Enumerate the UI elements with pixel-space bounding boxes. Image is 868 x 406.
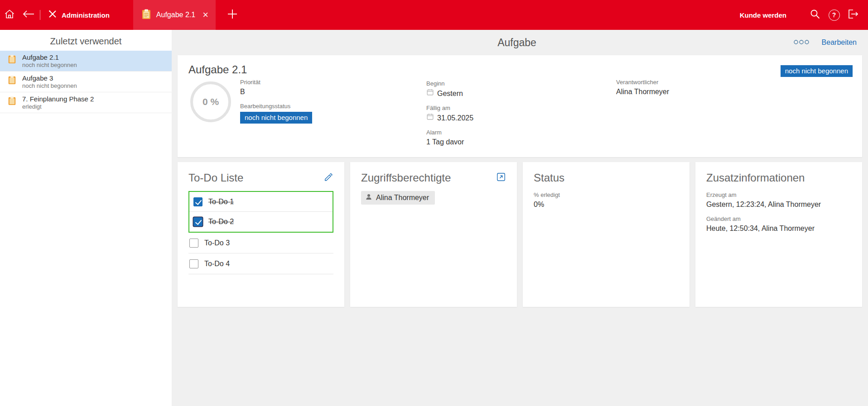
card-title: Status [534,172,564,184]
progress-text: 0 % [203,96,219,107]
field-label: Verantwortlicher [616,79,669,86]
field-value: Alina Thormeyer [616,87,669,97]
plus-icon [227,9,238,21]
back-button[interactable] [19,0,38,30]
clipboard-icon [141,9,151,21]
field-value: Gestern, 12:23:24, Alina Thormeyer [706,200,851,210]
new-tab-button[interactable] [223,0,242,30]
task-title: Aufgabe 2.1 [188,63,247,76]
todo-checkbox-1[interactable] [193,197,203,206]
calendar-icon [426,113,434,123]
person-icon [365,193,372,202]
sidebar-item-aufgabe-3[interactable]: Aufgabe 3 noch nicht begonnen [0,72,172,92]
external-link-icon [496,172,506,184]
item-label: Aufgabe 3 [22,74,77,82]
item-label: 7. Feinplanung Phase 2 [22,95,94,103]
tools-icon [48,9,58,21]
todo-checkbox-3[interactable] [189,239,198,248]
field-verantwortlicher: Verantwortlicher Alina Thormeyer [616,79,669,97]
todo-label: To-Do 3 [204,239,230,247]
topbar-right: Kunde werden ? [740,0,868,30]
field-label: Alarm [426,129,473,136]
status-badge: noch nicht begonnen [781,65,853,77]
tab-label: Aufgabe 2.1 [156,11,195,19]
logout-icon [847,9,859,21]
field-value: 31.05.2025 [437,113,473,123]
item-status: noch nicht begonnen [22,62,77,68]
todo-checkbox-2[interactable] [193,217,203,226]
sidebar-item-feinplanung[interactable]: 7. Feinplanung Phase 2 erledigt [0,92,172,113]
card-title: To-Do Liste [188,172,243,184]
close-tab-icon[interactable]: × [203,10,208,19]
logout-button[interactable] [844,0,863,30]
page-header: Aufgabe Bearbeiten [172,30,868,55]
todo-item-4: To-Do 4 [188,253,333,274]
todo-item-1: To-Do 1 [189,192,333,212]
field-label: Geändert am [706,215,851,223]
main-area: Aufgabe Bearbeiten Aufgabe 2.1 noch nich… [172,30,868,406]
item-status: erledigt [22,104,94,110]
page-title: Aufgabe [172,30,862,55]
field-geaendert-am: Geändert am Heute, 12:50:34, Alina Thorm… [706,215,851,234]
home-icon [4,9,15,21]
todo-label: To-Do 2 [208,218,234,226]
todo-checkbox-4[interactable] [189,259,198,268]
calendar-icon [426,88,434,99]
clipboard-icon [8,75,16,86]
admin-label: Administration [62,11,110,19]
edit-button[interactable]: Bearbeiten [822,38,857,47]
field-value: B [240,87,245,97]
person-name: Alina Thormeyer [376,194,429,202]
topbar-divider [40,10,40,20]
more-options-icon [794,38,809,47]
item-label: Aufgabe 2.1 [22,53,77,61]
todo-item-3: To-Do 3 [188,233,333,253]
field-bearbeitungsstatus: Bearbeitungsstatus noch nicht begonnen [240,103,312,124]
task-detail-card: Aufgabe 2.1 noch nicht begonnen 0 % Prio… [178,55,862,157]
todo-label: To-Do 4 [204,260,230,268]
item-status: noch nicht begonnen [22,83,77,89]
topbar: Administration Aufgabe 2.1 × Kunde werde… [0,0,868,30]
field-value: 1 Tag davor [426,137,464,147]
status-badge: noch nicht begonnen [240,112,312,124]
help-button[interactable]: ? [825,0,844,30]
admin-menu[interactable]: Administration [43,0,114,30]
field-prioritaet: Priorität B [240,79,312,97]
field-erzeugt-am: Erzeugt am Gestern, 12:23:24, Alina Thor… [706,191,851,210]
field-value: 0% [534,200,679,210]
kunde-werden-link[interactable]: Kunde werden [740,11,786,19]
help-icon: ? [829,10,840,21]
more-options-button[interactable] [794,38,809,47]
back-icon [22,10,35,20]
field-value: Heute, 12:50:34, Alina Thormeyer [706,224,851,234]
todo-highlight-group: To-Do 1 To-Do 2 [188,191,333,233]
field-erledigt: % erledigt 0% [534,191,679,210]
card-title: Zugriffsberechtigte [361,172,451,184]
field-alarm: Alarm 1 Tag davor [426,129,473,147]
sidebar-item-aufgabe-2-1[interactable]: Aufgabe 2.1 noch nicht begonnen [0,51,172,72]
tab-aufgabe[interactable]: Aufgabe 2.1 × [133,0,216,30]
person-chip[interactable]: Alina Thormeyer [361,191,435,205]
info-card: Zusatzinformationen Erzeugt am Gestern, … [695,162,862,307]
field-label: Beginn [426,80,473,87]
field-label: % erledigt [534,191,679,199]
field-faellig-am: Fällig am 31.05.2025 [426,105,473,123]
recently-used-panel: Zuletzt verwendet Aufgabe 2.1 noch nicht… [0,30,172,406]
progress-ring: 0 % [190,81,231,122]
field-label: Bearbeitungsstatus [240,103,312,110]
edit-todo-button[interactable] [323,172,333,184]
field-value: Gestern [437,89,463,99]
status-card: Status % erledigt 0% [523,162,690,307]
todo-item-2: To-Do 2 [189,212,333,232]
home-button[interactable] [0,0,19,30]
search-button[interactable] [805,0,825,30]
open-access-button[interactable] [496,172,506,184]
cards-row: To-Do Liste To-Do 1 To-Do 2 [178,162,862,307]
search-icon [810,9,820,21]
field-label: Erzeugt am [706,191,851,199]
field-beginn: Beginn Gestern [426,80,473,99]
access-card: Zugriffsberechtigte Alina Thormeyer [350,162,517,307]
clipboard-icon [8,96,16,107]
card-title: Zusatzinformationen [706,172,805,184]
sidebar-title: Zuletzt verwendet [0,30,172,51]
